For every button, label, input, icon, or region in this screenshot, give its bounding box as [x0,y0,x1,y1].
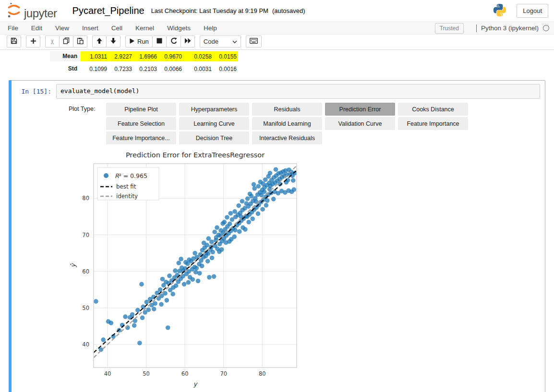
plot-type-feature-selection[interactable]: Feature Selection [106,117,176,130]
svg-text:50: 50 [143,370,150,377]
svg-text:70: 70 [82,232,89,238]
menu-edit[interactable]: Edit [31,24,42,32]
code-editor[interactable]: evaluate_model(model) [56,84,540,99]
plot-type-feature-importance-all[interactable]: Feature Importance... [106,131,176,144]
stop-icon [157,38,162,45]
notebook-title[interactable]: Pycaret_Pipeline [72,5,145,16]
kernel-name: Python 3 (ipykernel) [481,24,539,32]
std-value-1: 0.7233 [107,66,132,72]
checkpoint-status: Last Checkpoint: Last Tuesday at 9:19 PM [151,7,268,14]
toolbar-divider [0,49,554,50]
command-palette-button[interactable] [246,36,262,48]
paste-icon [77,37,84,46]
plot-type-residuals[interactable]: Residuals [252,103,322,116]
plot-type-learning-curve[interactable]: Learning Curve [179,117,249,130]
plot-type-prediction-error[interactable]: Prediction Error [325,103,395,116]
code-cell[interactable]: In [15]: evaluate_model(model) Plot Type… [9,80,545,392]
save-button[interactable] [7,36,21,48]
jupyter-logo[interactable]: jupyter [7,2,57,20]
svg-text:70: 70 [220,370,227,377]
copy-cell-button[interactable] [59,36,73,48]
arrow-up-icon [96,37,103,46]
svg-text:80: 80 [259,370,266,377]
svg-text:60: 60 [181,370,189,377]
mean-value-5: 0.0155 [212,53,237,60]
std-value-0: 0.1099 [82,66,107,72]
std-value-5: 0.0016 [212,66,237,72]
jupyter-logo-text: jupyter [24,8,57,20]
keyboard-icon [250,38,258,45]
cell-type-value: Code [204,38,218,45]
mean-value-0: 1.0311 [82,53,107,60]
table-row-mean: Mean 1.0311 2.9227 1.6966 0.9670 0.0258 … [50,51,554,61]
move-cell-down-button[interactable] [106,36,120,48]
toolbar: ✂ Run [0,35,554,49]
restart-kernel-button[interactable] [166,36,181,48]
menu-kernel[interactable]: Kernel [135,24,154,32]
svg-text:50: 50 [82,305,89,311]
cell-type-select[interactable]: Code [200,36,241,48]
menu-insert[interactable]: Insert [82,24,98,32]
arrow-down-icon [110,37,117,46]
row-label-mean: Mean [50,51,81,61]
plot-type-manifold-learning[interactable]: Manifold Learning [252,117,322,130]
run-button-label: Run [137,38,149,45]
mean-values-highlight: 1.0311 2.9227 1.6966 0.9670 0.0258 0.015… [81,51,238,61]
logout-button[interactable]: Logout [517,4,548,18]
std-values: 0.1099 0.7233 0.2103 0.0066 0.0031 0.001… [81,64,238,74]
save-icon [11,37,17,46]
mean-value-3: 0.9670 [157,53,182,60]
std-value-2: 0.2103 [132,66,157,72]
svg-text:R² = 0.965: R² = 0.965 [115,172,147,179]
menu-cell[interactable]: Cell [111,24,122,32]
plot-type-hyperparameters[interactable]: Hyperparameters [179,103,249,116]
std-value-3: 0.0066 [157,66,182,72]
std-value-4: 0.0031 [187,66,212,72]
trusted-badge[interactable]: Trusted [435,23,464,34]
plot-type-interactive-residuals[interactable]: Interactive Residuals [252,131,322,144]
svg-text:40: 40 [104,370,111,377]
chevron-down-icon [232,38,237,45]
plus-icon [30,38,36,46]
plot-type-cooks-distance[interactable]: Cooks Distance [398,103,468,116]
move-cell-up-button[interactable] [92,36,107,48]
menubar: File Edit View Insert Cell Kernel Widget… [0,22,554,35]
plot-type-decision-tree[interactable]: Decision Tree [179,131,249,144]
jupyter-logo-icon [7,2,21,20]
run-button[interactable]: Run [125,36,153,48]
paste-cell-button[interactable] [73,36,87,48]
copy-icon [63,37,70,46]
input-prompt: In [15]: [9,84,56,99]
cut-cell-button[interactable]: ✂ [45,36,60,48]
svg-text:y: y [193,380,198,388]
svg-text:best fit: best fit [116,183,136,190]
prediction-error-plot: 40506070804050607080Prediction Error for… [69,148,545,391]
selected-cell-indicator [9,80,12,392]
interrupt-kernel-button[interactable] [152,36,167,48]
restart-run-all-button[interactable] [181,36,195,48]
plot-type-buttons: Pipeline Plot Hyperparameters Residuals … [106,103,473,146]
menu-view[interactable]: View [55,24,69,32]
add-cell-button[interactable] [26,36,40,48]
plot-type-pipeline-plot[interactable]: Pipeline Plot [106,103,176,116]
menu-widgets[interactable]: Widgets [167,24,191,32]
cell-input-row: In [15]: evaluate_model(model) [9,81,545,99]
plot-type-validation-curve[interactable]: Validation Curve [325,117,395,130]
scissors-icon: ✂ [48,39,56,45]
svg-text:Prediction Error for ExtraTree: Prediction Error for ExtraTreesRegressor [126,151,265,159]
play-icon [129,38,135,46]
prediction-error-chart-svg: 40506070804050607080Prediction Error for… [69,148,330,391]
kernel-idle-icon [543,25,549,31]
fast-forward-icon [184,38,191,45]
svg-text:ŷ: ŷ [69,263,77,268]
notebook-header: jupyter Pycaret_Pipeline Last Checkpoint… [0,0,554,22]
menu-file[interactable]: File [8,24,18,32]
mean-value-4: 0.0258 [187,53,212,60]
plot-type-feature-importance[interactable]: Feature Importance [398,117,468,130]
stats-table: Mean 1.0311 2.9227 1.6966 0.9670 0.0258 … [50,51,554,74]
svg-text:80: 80 [82,195,89,202]
menu-help[interactable]: Help [204,24,217,32]
mean-value-1: 2.9227 [107,53,132,60]
row-label-std: Std [50,64,81,74]
restart-icon [170,37,177,46]
